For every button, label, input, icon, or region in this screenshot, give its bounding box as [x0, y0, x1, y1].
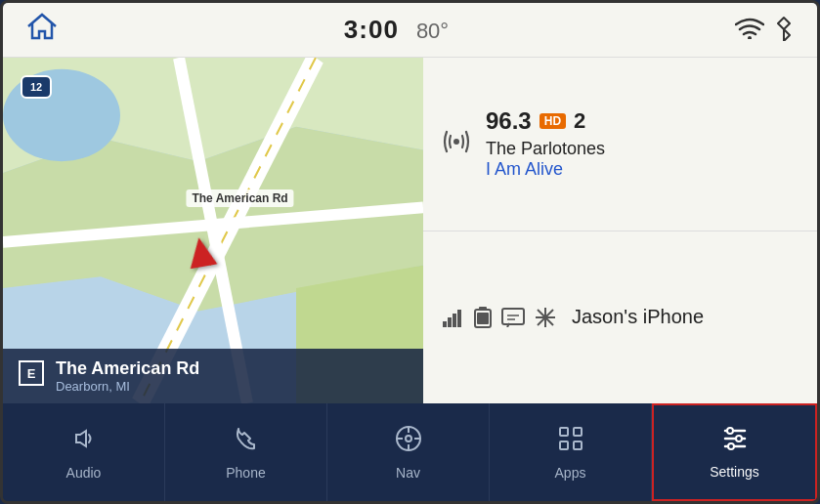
nav-item-nav[interactable]: Nav [327, 403, 490, 501]
hd-badge: HD [539, 113, 566, 129]
climate-icon [535, 307, 556, 328]
map-view[interactable]: 12 The American Rd E The American Rd Dea… [3, 58, 423, 403]
svg-point-24 [406, 436, 411, 441]
radio-info: 96.3 HD 2 The Parlotones I Am Alive [486, 107, 798, 180]
radio-frequency: 96.3 [486, 107, 532, 135]
svg-point-37 [736, 436, 742, 441]
svg-point-36 [727, 428, 733, 434]
map-bottom-info: E The American Rd Dearborn, MI [3, 349, 423, 403]
nav-item-apps[interactable]: Apps [490, 403, 652, 501]
audio-icon [70, 425, 98, 459]
svg-rect-16 [479, 307, 487, 311]
main-screen: 3:00 80° [0, 0, 820, 504]
hd-channel-number: 2 [574, 108, 585, 134]
nav-icon [395, 425, 422, 459]
nav-item-audio[interactable]: Audio [3, 403, 165, 501]
svg-rect-17 [477, 313, 489, 324]
svg-rect-18 [502, 309, 524, 324]
highway-shield: 12 [21, 75, 52, 99]
home-button[interactable] [26, 13, 58, 47]
header-bar: 3:00 80° [3, 3, 817, 58]
svg-rect-29 [560, 428, 568, 436]
apps-icon [557, 425, 584, 459]
svg-rect-13 [453, 314, 456, 327]
nav-label: Nav [396, 465, 420, 481]
svg-rect-32 [574, 441, 582, 449]
battery-icon [474, 307, 492, 328]
nav-item-settings[interactable]: Settings [652, 403, 817, 501]
compass-indicator: E [19, 360, 44, 386]
phone-label: Phone [226, 465, 265, 481]
phone-status-icons [443, 307, 556, 328]
radio-section[interactable]: 96.3 HD 2 The Parlotones I Am Alive [423, 58, 817, 231]
street-name: The American Rd [56, 358, 199, 379]
svg-rect-30 [574, 428, 582, 436]
phone-icon [233, 425, 260, 459]
svg-line-7 [3, 207, 423, 241]
svg-marker-2 [3, 58, 423, 173]
device-name: Jason's iPhone [572, 306, 704, 328]
road-label: The American Rd [186, 189, 293, 207]
audio-label: Audio [66, 465, 102, 481]
radio-frequency-row: 96.3 HD 2 [486, 107, 798, 135]
signal-bars-icon [443, 308, 464, 327]
svg-marker-3 [3, 127, 423, 312]
clock-display: 3:00 [344, 15, 399, 45]
svg-rect-31 [560, 441, 568, 449]
wifi-icon [735, 18, 764, 43]
radio-signal-icon [443, 128, 470, 159]
nav-item-phone[interactable]: Phone [165, 403, 327, 501]
settings-label: Settings [710, 464, 759, 480]
navigation-arrow [186, 235, 218, 269]
street-info: The American Rd Dearborn, MI [56, 358, 199, 394]
radio-artist: The Parlotones [486, 139, 798, 159]
bluetooth-icon [774, 16, 794, 45]
svg-rect-14 [457, 310, 461, 327]
svg-rect-12 [448, 317, 452, 327]
radio-song: I Am Alive [486, 159, 798, 180]
bottom-nav-bar: Audio Phone Nav [3, 403, 817, 501]
temperature-display: 80° [416, 19, 449, 44]
header-status-icons [735, 16, 794, 45]
apps-label: Apps [555, 465, 586, 481]
svg-point-38 [728, 443, 734, 449]
main-content-area: 12 The American Rd E The American Rd Dea… [3, 58, 817, 403]
message-icon [501, 308, 525, 327]
settings-icon [721, 426, 749, 458]
svg-point-10 [453, 139, 459, 145]
svg-rect-11 [443, 321, 447, 327]
phone-section[interactable]: Jason's iPhone [423, 231, 817, 404]
right-info-panel: 96.3 HD 2 The Parlotones I Am Alive [423, 58, 817, 403]
svg-point-0 [748, 36, 752, 39]
street-sub: Dearborn, MI [56, 379, 199, 394]
